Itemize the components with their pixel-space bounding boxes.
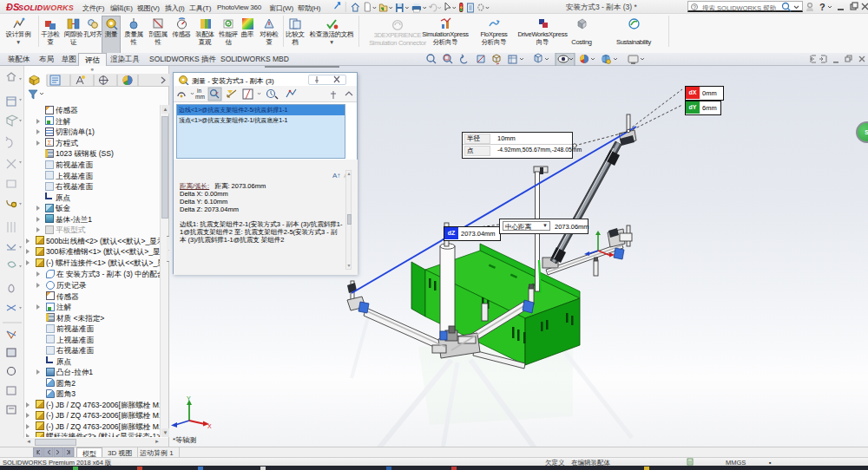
svg-text:X: X bbox=[207, 423, 212, 429]
svg-text:?: ? bbox=[819, 2, 825, 12]
svg-text:SOLIDWORKS: SOLIDWORKS bbox=[18, 3, 74, 12]
svg-text:mm: mm bbox=[195, 94, 205, 100]
svg-text:in: in bbox=[197, 88, 201, 94]
svg-text:A↑: A↑ bbox=[332, 172, 340, 180]
svg-text:z: z bbox=[216, 90, 219, 95]
svg-text:Y: Y bbox=[187, 395, 191, 401]
